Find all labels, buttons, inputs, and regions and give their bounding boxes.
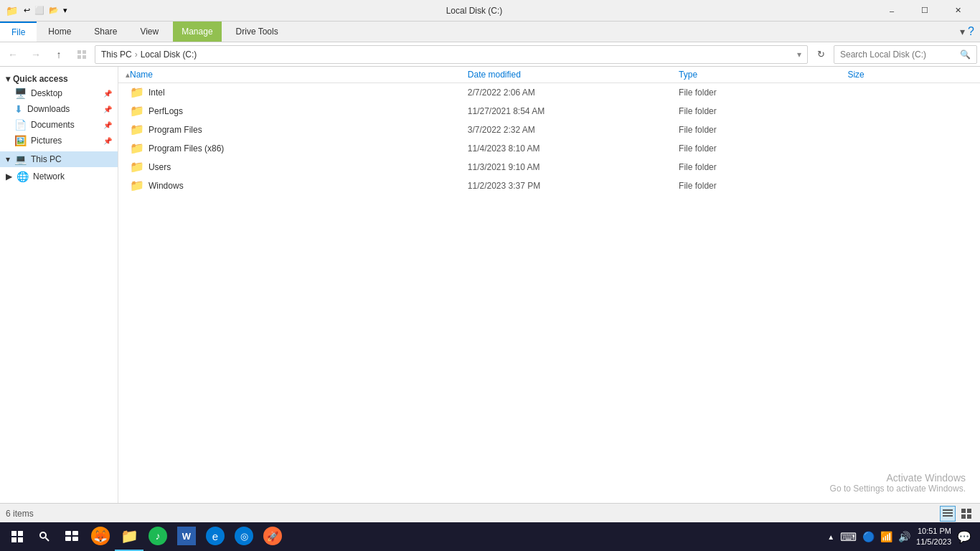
up-button[interactable]: ↑	[49, 44, 69, 65]
svg-rect-2	[77, 55, 81, 59]
users-date: 11/3/2021 9:10 AM	[468, 162, 679, 172]
svg-line-12	[46, 538, 50, 542]
col-type-header[interactable]: Type	[679, 70, 847, 80]
svg-rect-5	[943, 512, 953, 514]
tab-view[interactable]: View	[128, 22, 170, 42]
col-size-header[interactable]: Size	[847, 70, 974, 80]
pictures-pin-icon: 📌	[103, 137, 112, 145]
intel-type: File folder	[679, 88, 847, 98]
taskbar-app1-button[interactable]: ◎	[230, 522, 258, 551]
breadcrumb-this-pc[interactable]: This PC	[101, 50, 132, 60]
close-button[interactable]: ✕	[941, 0, 974, 22]
sidebar-item-pictures[interactable]: 🖼️ Pictures 📌	[0, 133, 118, 149]
item-count: 6 items	[6, 509, 34, 519]
perflogs-type: File folder	[679, 106, 847, 116]
refresh-button[interactable]: ↻	[811, 44, 831, 65]
quick-access-chevron: ▾	[6, 74, 10, 84]
tab-share[interactable]: Share	[83, 22, 128, 42]
sidebar-item-this-pc[interactable]: ▾ 💻 This PC	[0, 151, 118, 167]
back-button[interactable]: ←	[3, 44, 23, 65]
breadcrumb-dropdown[interactable]: ▾	[797, 50, 801, 60]
down-arrow-icon[interactable]: ▾	[63, 6, 67, 15]
windows-name: Windows	[149, 181, 184, 191]
desktop-folder-icon: 🖥️	[14, 88, 27, 99]
tab-file[interactable]: File	[0, 22, 37, 42]
svg-rect-10	[967, 514, 971, 519]
taskbar-date-display: 11/5/2023	[916, 537, 951, 547]
svg-rect-15	[65, 537, 71, 541]
help-icon[interactable]: ?	[968, 25, 974, 38]
file-row-users[interactable]: 📁 Users 11/3/2021 9:10 AM File folder	[118, 158, 980, 176]
svg-rect-0	[77, 50, 81, 54]
programfilesx86-name: Program Files (x86)	[149, 143, 224, 154]
taskbar-spotify-button[interactable]: ♪	[143, 522, 172, 551]
sidebar-quick-access-header[interactable]: ▾ Quick access	[0, 70, 118, 85]
col-date-header[interactable]: Date modified	[468, 70, 679, 80]
sidebar-item-downloads[interactable]: ⬇ Downloads 📌	[0, 101, 118, 117]
file-row-intel[interactable]: 📁 Intel 2/7/2022 2:06 AM File folder	[118, 83, 980, 102]
start-button[interactable]	[3, 522, 32, 551]
view-toggle-buttons	[940, 506, 974, 522]
scroll-indicator: ▲	[124, 70, 130, 80]
intel-name: Intel	[149, 88, 165, 98]
tray-volume-icon[interactable]: 🔊	[898, 531, 910, 542]
maximize-button[interactable]: ☐	[908, 0, 941, 22]
ribbon: File Home Share View Manage Drive Tools …	[0, 22, 980, 42]
search-input[interactable]	[840, 50, 960, 60]
title-bar-left: 📁 ↩ ⬜ 📂 ▾	[6, 5, 73, 17]
title-bar-controls: – ☐ ✕	[875, 0, 974, 22]
downloads-pin-icon: 📌	[103, 105, 112, 113]
svg-point-11	[40, 532, 46, 538]
taskbar-clock[interactable]: 10:51 PM 11/5/2023	[916, 526, 951, 548]
taskbar-word-button[interactable]: W	[172, 522, 201, 551]
programfiles-name: Program Files	[149, 125, 202, 135]
tray-notifications-icon[interactable]: 💬	[957, 530, 971, 544]
this-pc-chevron: ▾	[6, 154, 10, 164]
details-view-button[interactable]	[940, 506, 956, 522]
tab-manage[interactable]: Manage	[179, 27, 215, 37]
tab-home[interactable]: Home	[37, 22, 83, 42]
activate-watermark: Activate Windows Go to Settings to activ…	[830, 472, 966, 494]
file-row-perflogs[interactable]: 📁 PerfLogs 11/27/2021 8:54 AM File folde…	[118, 102, 980, 121]
programfiles-folder-icon: 📁	[130, 123, 144, 136]
properties-icon[interactable]: ⬜	[34, 6, 44, 15]
activate-line1: Activate Windows	[830, 472, 966, 484]
sidebar-desktop-label: Desktop	[31, 88, 62, 98]
breadcrumb-local-disk[interactable]: Local Disk (C:)	[141, 50, 197, 60]
path-icon-button[interactable]	[72, 44, 92, 65]
ribbon-collapse-icon[interactable]: ▾	[960, 26, 965, 37]
tray-network-icon[interactable]: 📶	[880, 531, 892, 542]
taskbar-explorer-button[interactable]: 📁	[115, 522, 143, 551]
taskbar-firefox-button[interactable]: 🦊	[86, 522, 115, 551]
tray-expand-icon[interactable]: ▲	[827, 533, 834, 541]
sidebar-quick-access-label: Quick access	[13, 74, 68, 84]
file-row-program-files-x86[interactable]: 📁 Program Files (x86) 11/4/2023 8:10 AM …	[118, 139, 980, 158]
taskbar-app2-button[interactable]: 🚀	[258, 522, 287, 551]
taskbar-edge-button[interactable]: e	[201, 522, 230, 551]
sidebar-downloads-label: Downloads	[27, 104, 70, 114]
col-name-header[interactable]: Name	[130, 70, 468, 80]
perflogs-folder-icon: 📁	[130, 104, 144, 118]
breadcrumb[interactable]: This PC › Local Disk (C:) ▾	[95, 45, 808, 64]
minimize-button[interactable]: –	[875, 0, 908, 22]
taskbar-time-display: 10:51 PM	[916, 526, 951, 537]
search-icon[interactable]: 🔍	[960, 50, 971, 60]
undo-icon[interactable]: ↩	[24, 6, 30, 15]
tab-drive-tools[interactable]: Drive Tools	[225, 22, 290, 42]
programfilesx86-type: File folder	[679, 143, 847, 154]
taskbar-search-button[interactable]	[32, 524, 57, 550]
window-icon: 📁	[6, 5, 18, 17]
sidebar-item-network[interactable]: ▶ 🌐 Network	[0, 169, 118, 184]
sidebar-item-desktop[interactable]: 🖥️ Desktop 📌	[0, 85, 118, 101]
forward-button[interactable]: →	[26, 44, 46, 65]
file-row-windows[interactable]: 📁 Windows 11/2/2023 3:37 PM File folder	[118, 176, 980, 195]
file-row-program-files[interactable]: 📁 Program Files 3/7/2022 2:32 AM File fo…	[118, 121, 980, 139]
tray-bluetooth-icon[interactable]: 🔵	[862, 531, 875, 542]
perflogs-date: 11/27/2021 8:54 AM	[468, 106, 679, 116]
folder-icon[interactable]: 📂	[49, 6, 59, 15]
tray-keyboard-icon[interactable]: ⌨	[840, 530, 857, 544]
sidebar-item-documents[interactable]: 📄 Documents 📌	[0, 117, 118, 133]
large-icons-view-button[interactable]	[958, 506, 974, 522]
taskbar-task-view-button[interactable]	[57, 522, 86, 551]
activate-line2: Go to Settings to activate Windows.	[830, 484, 966, 494]
